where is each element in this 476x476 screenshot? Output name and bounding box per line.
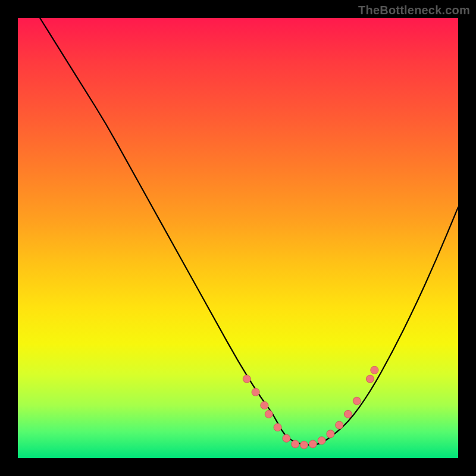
chart-frame: TheBottleneck.com (0, 0, 476, 476)
curve-marker (345, 411, 352, 418)
curve-marker (327, 430, 334, 438)
curve-marker (265, 411, 273, 418)
curve-marker (261, 402, 268, 409)
curve-marker (367, 375, 374, 383)
watermark-text: TheBottleneck.com (358, 4, 470, 17)
curve-marker (336, 421, 343, 429)
curve-marker (371, 367, 378, 374)
plot-area (18, 18, 458, 458)
curve-marker (243, 375, 250, 383)
bottleneck-curve-svg (18, 18, 458, 458)
curve-marker (274, 424, 281, 431)
curve-markers (243, 367, 378, 449)
curve-marker (252, 389, 259, 396)
curve-marker (318, 437, 325, 444)
curve-marker (353, 397, 361, 405)
curve-marker (300, 441, 308, 449)
curve-marker (292, 440, 299, 448)
curve-marker (309, 440, 317, 448)
curve-marker (283, 434, 290, 442)
